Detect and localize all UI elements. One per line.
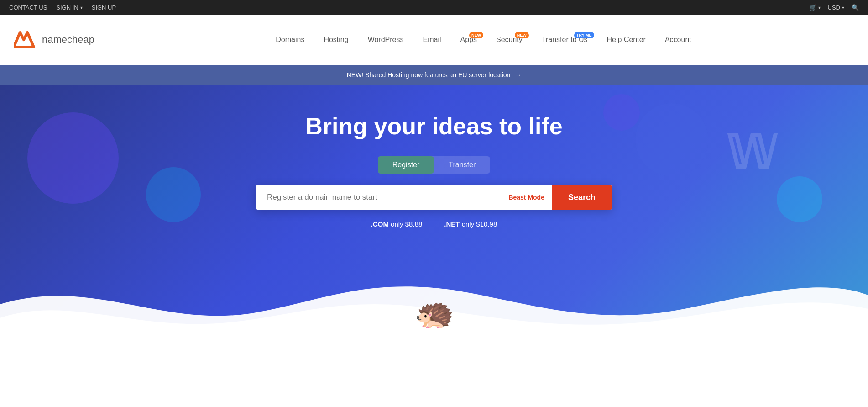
sign-up-link[interactable]: SIGN UP xyxy=(92,4,116,11)
nav-item-wordpress[interactable]: WordPress xyxy=(361,31,411,48)
hero-title: Bring your ideas to life xyxy=(305,112,562,140)
wp-logo-bg: 𝕎 xyxy=(726,126,777,180)
announcement-arrow-icon: → xyxy=(515,71,521,79)
search-icon[interactable]: 🔍 xyxy=(852,4,859,11)
nav-item-account[interactable]: Account xyxy=(658,31,699,48)
bg-shape-4 xyxy=(777,176,822,222)
hedgehog-mascot: 🦔 xyxy=(414,294,454,332)
top-bar: CONTACT US SIGN IN ▾ SIGN UP 🛒 ▾ USD ▾ 🔍 xyxy=(0,0,868,15)
nav-bar: namecheap Domains Hosting WordPress Emai… xyxy=(0,15,868,65)
nav-item-hosting[interactable]: Hosting xyxy=(316,31,356,48)
com-tld-link[interactable]: .COM xyxy=(371,220,389,228)
domain-search-input[interactable] xyxy=(256,185,501,210)
announcement-link[interactable]: NEW! Shared Hosting now features an EU s… xyxy=(347,71,522,79)
svg-marker-0 xyxy=(14,32,34,47)
net-tld-link[interactable]: .NET xyxy=(444,220,460,228)
transfer-tryme-badge: TRY ME xyxy=(574,32,594,38)
cart-icon[interactable]: 🛒 ▾ xyxy=(809,4,821,11)
top-bar-left: CONTACT US SIGN IN ▾ SIGN UP xyxy=(9,4,116,11)
logo-svg xyxy=(14,31,37,49)
bg-shape-2 xyxy=(146,167,201,222)
nav-item-domains[interactable]: Domains xyxy=(268,31,312,48)
search-button[interactable]: Search xyxy=(552,185,612,210)
cart-caret-icon: ▾ xyxy=(818,5,821,10)
domain-tab-switcher: Register Transfer xyxy=(378,156,491,174)
domain-search-bar: Beast Mode Search xyxy=(256,185,612,210)
apps-new-badge: NEW xyxy=(469,32,483,38)
net-pricing: .NET only $10.98 xyxy=(444,220,497,228)
sign-in-caret-icon: ▾ xyxy=(80,5,83,10)
nav-item-security[interactable]: Security NEW xyxy=(489,31,530,48)
bg-shape-1 xyxy=(27,112,119,204)
currency-selector[interactable]: USD ▾ xyxy=(828,4,844,11)
com-pricing: .COM only $8.88 xyxy=(371,220,423,228)
nav-links: Domains Hosting WordPress Email Apps NEW… xyxy=(113,31,854,48)
nav-item-email[interactable]: Email xyxy=(415,31,448,48)
pricing-hints: .COM only $8.88 .NET only $10.98 xyxy=(371,220,497,228)
logo[interactable]: namecheap xyxy=(14,31,94,49)
beast-mode-button[interactable]: Beast Mode xyxy=(501,185,552,210)
security-new-badge: NEW xyxy=(515,32,529,38)
top-bar-right: 🛒 ▾ USD ▾ 🔍 xyxy=(809,4,859,11)
contact-us-link[interactable]: CONTACT US xyxy=(9,4,47,11)
sign-in-link[interactable]: SIGN IN ▾ xyxy=(56,4,82,11)
announcement-bar: NEW! Shared Hosting now features an EU s… xyxy=(0,65,868,85)
nav-item-help[interactable]: Help Center xyxy=(600,31,653,48)
bg-shape-3 xyxy=(635,103,708,176)
register-tab[interactable]: Register xyxy=(378,156,434,174)
logo-text: namecheap xyxy=(42,34,94,46)
currency-caret-icon: ▾ xyxy=(842,5,844,10)
bg-shape-5 xyxy=(603,94,640,131)
hero-section: 𝕎 Bring your ideas to life Register Tran… xyxy=(0,85,868,341)
nav-item-transfer[interactable]: Transfer to Us TRY ME xyxy=(534,31,595,48)
nav-item-apps[interactable]: Apps NEW xyxy=(453,31,484,48)
transfer-tab[interactable]: Transfer xyxy=(434,156,490,174)
